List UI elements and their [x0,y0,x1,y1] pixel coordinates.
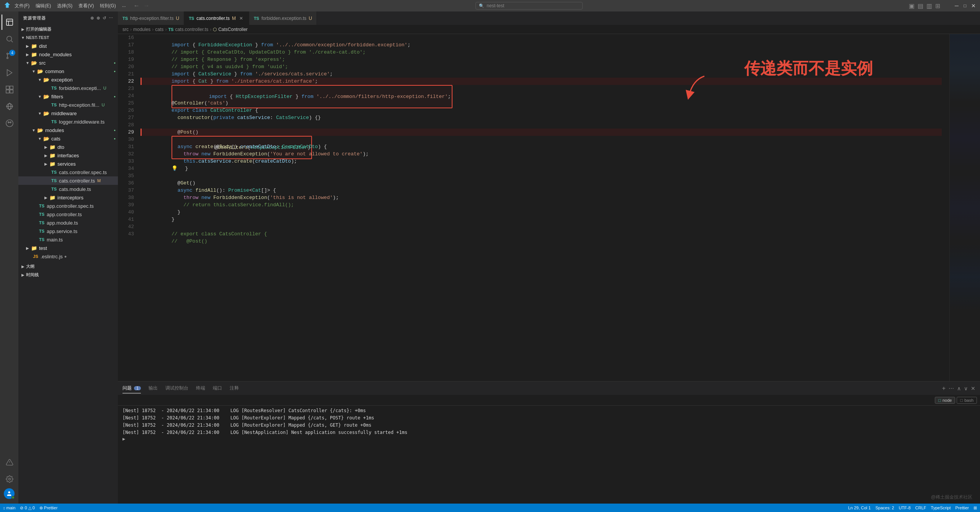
code-line-21: import { Cat } from './interfaces/cat.in… [142,70,942,78]
layout-icon-3[interactable]: ▥ [926,2,932,10]
status-branch[interactable]: ↕ main [3,505,15,510]
new-file-icon[interactable]: ⊕ [90,16,94,21]
tree-item-exception[interactable]: ▼ 📂 exception [18,75,118,84]
terminal-bash-tab[interactable]: □ bash [957,397,977,404]
tree-item-cats-controller[interactable]: ▶ TS cats.controller.ts M [18,176,118,185]
tree-item-eslintrc[interactable]: ▶ JS .eslintrc.js ● [18,252,118,261]
tree-item-interceptors[interactable]: ▶ 📁 interceptors [18,193,118,202]
timeline-section[interactable]: ▶ 时间线 [18,271,118,279]
tree-item-filters[interactable]: ▼ 📂 filters ● [18,92,118,101]
activity-copilot[interactable] [2,116,17,131]
panel-chevron-down-icon[interactable]: ∨ [964,385,968,391]
activity-git[interactable]: 4 [2,48,17,64]
maximize-button[interactable]: □ [962,3,968,8]
status-encoding[interactable]: UTF-8 [899,505,911,510]
project-root[interactable]: ▼ NEST-TEST [18,33,118,42]
terminal-node-tab[interactable]: □ node [935,397,955,404]
title-search-box[interactable]: 🔍 nest-test [475,2,583,10]
cats-arrow: ▼ [37,135,43,142]
refresh-icon[interactable]: ↺ [103,16,106,21]
panel-tab-problems[interactable]: 问题 1 [122,383,141,393]
tree-item-src[interactable]: ▼ 📂 src ● [18,59,118,67]
layout-icon-2[interactable]: ▤ [918,2,923,10]
panel-tab-terminal[interactable]: 终端 [196,383,205,393]
collapse-icon[interactable]: ⋯ [109,16,113,21]
nav-back[interactable]: ← [134,2,140,9]
tab-close-2[interactable]: ✕ [238,15,244,21]
tree-item-http-exception-filter[interactable]: ▶ TS http-exception.fil... U [18,101,118,109]
tab-cats-controller[interactable]: TS cats.controller.ts M ✕ [184,11,249,25]
tree-item-cats-module[interactable]: ▶ TS cats.module.ts [18,185,118,193]
tab-http-exception-filter[interactable]: TS http-exception.filter.ts U [118,11,184,25]
tree-item-app-service[interactable]: ▶ TS app.service.ts [18,227,118,235]
tree-item-dto[interactable]: ▶ 📁 dto [18,143,118,151]
activity-settings[interactable] [2,471,17,487]
tree-item-interfaces[interactable]: ▶ 📁 interfaces [18,151,118,160]
tree-item-forbidden-exception[interactable]: ▶ TS forbidden.excepti... U [18,84,118,92]
breadcrumb-src[interactable]: src [122,27,129,32]
tab-forbidden-exception[interactable]: TS forbidden.exception.ts U [249,11,317,25]
tree-item-main[interactable]: ▶ TS main.ts [18,235,118,244]
status-layout-icon[interactable]: ⊞ [973,505,977,510]
status-formatter[interactable]: Prettier [956,505,969,510]
src-arrow: ▼ [24,60,31,66]
status-language[interactable]: TypeScript [931,505,951,510]
activity-extensions[interactable] [2,82,17,97]
tree-item-app-controller-spec[interactable]: ▶ TS app.controller.spec.ts [18,202,118,210]
menu-file[interactable]: 文件(F) [15,3,29,9]
activity-remote[interactable] [2,99,17,114]
status-spaces[interactable]: Spaces: 2 [875,505,894,510]
status-line-col[interactable]: Ln 29, Col 1 [848,505,871,510]
code-content[interactable]: 传递类而不是实例 import { ForbiddenException } f… [137,34,949,381]
activity-run[interactable] [2,65,17,80]
breadcrumb-class[interactable]: CatsController [218,27,248,32]
breadcrumb-cats[interactable]: cats [155,27,163,32]
activity-search[interactable] [2,31,17,47]
breadcrumb-file[interactable]: cats.controller.ts [175,27,208,32]
new-folder-icon[interactable]: ⊕ [96,16,100,21]
status-line-ending[interactable]: CRLF [915,505,926,510]
panel-chevron-up-icon[interactable]: ∧ [957,385,961,391]
layout-icon-4[interactable]: ⊞ [935,2,940,10]
menu-select[interactable]: 选择(S) [57,3,72,9]
nav-forward[interactable]: → [144,2,150,9]
tree-item-node-modules[interactable]: ▶ 📁 node_modules [18,50,118,59]
tree-item-common[interactable]: ▼ 📂 common ● [18,67,118,75]
tree-item-cats-controller-spec[interactable]: ▶ TS cats.controller.spec.ts [18,168,118,176]
panel-close-icon[interactable]: ✕ [971,385,975,391]
tree-item-logger-middleware[interactable]: ▶ TS logger.middleware.ts [18,117,118,126]
panel-tab-ports[interactable]: 端口 [213,383,222,393]
svg-rect-6 [6,86,9,89]
status-errors[interactable]: ⊘ 0 △ 0 [20,505,34,510]
account-avatar[interactable] [4,488,15,499]
open-editors-section[interactable]: ▶ 打开的编辑器 [18,25,118,33]
status-prettier[interactable]: ⊛ Prettier [39,505,58,510]
menu-goto[interactable]: 转到(G) [100,3,116,9]
tree-item-middleware[interactable]: ▼ 📂 middleware [18,109,118,117]
interceptors-folder-icon: 📁 [49,194,56,201]
tree-item-cats[interactable]: ▼ 📂 cats ● [18,134,118,143]
panel-more-icon[interactable]: ⋯ [949,385,954,391]
tree-item-app-controller[interactable]: ▶ TS app.controller.ts [18,210,118,218]
panel-tab-output[interactable]: 输出 [149,383,158,393]
svg-rect-8 [6,90,9,93]
tree-item-services[interactable]: ▶ 📁 services [18,160,118,168]
outline-section[interactable]: ▶ 大纲 [18,262,118,271]
menu-edit[interactable]: 编辑(E) [36,3,51,9]
minimize-button[interactable]: ─ [954,3,959,8]
breadcrumb-modules[interactable]: modules [133,27,150,32]
panel-tab-debug-console[interactable]: 调试控制台 [165,383,188,393]
panel-content[interactable]: [Nest] 18752 - 2024/06/22 21:34:00 LOG [… [118,406,980,504]
activity-warning[interactable] [2,455,17,470]
panel-tab-comments[interactable]: 注释 [230,383,239,393]
panel-add-icon[interactable]: + [942,385,946,392]
activity-explorer[interactable] [2,15,17,30]
menu-view[interactable]: 查看(V) [78,3,94,9]
tree-item-app-module[interactable]: ▶ TS app.module.ts [18,218,118,227]
tree-item-dist[interactable]: ▶ 📁 dist [18,42,118,50]
close-button[interactable]: ✕ [971,3,976,8]
tree-item-test[interactable]: ▶ 📁 test [18,244,118,252]
menu-more[interactable]: ... [122,3,126,9]
layout-icon-1[interactable]: ▣ [909,2,915,10]
tree-item-modules[interactable]: ▼ 📂 modules ● [18,126,118,134]
